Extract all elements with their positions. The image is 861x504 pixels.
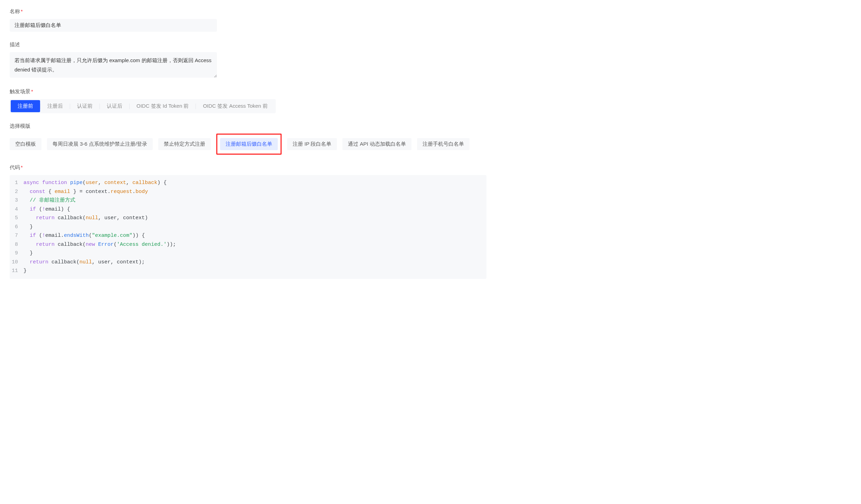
name-field-group: 名称*	[10, 8, 851, 32]
code-content: async function pipe(user, context, callb…	[23, 178, 486, 187]
code-content: const { email } = context.request.body	[23, 187, 486, 196]
code-content: return callback(null, user, context);	[23, 258, 486, 267]
template-option-3[interactable]: 注册邮箱后缀白名单	[220, 138, 278, 150]
line-number: 8	[10, 240, 23, 249]
template-option-5[interactable]: 通过 API 动态加载白名单	[342, 138, 411, 150]
line-number: 9	[10, 249, 23, 258]
template-field-group: 选择模版 空白模板每周日凌晨 3-6 点系统维护禁止注册/登录禁止特定方式注册注…	[10, 123, 851, 155]
line-number: 11	[10, 266, 23, 275]
line-number: 3	[10, 196, 23, 205]
line-number: 5	[10, 214, 23, 223]
required-asterisk: *	[21, 164, 23, 170]
line-number: 6	[10, 223, 23, 232]
code-line: 6 }	[10, 223, 486, 232]
code-label-text: 代码	[10, 164, 20, 170]
code-line: 1async function pipe(user, context, call…	[10, 178, 486, 187]
template-option-6[interactable]: 注册手机号白名单	[417, 138, 470, 150]
description-textarea[interactable]: 若当前请求属于邮箱注册，只允许后缀为 example.com 的邮箱注册，否则返…	[10, 52, 217, 78]
template-option-0[interactable]: 空白模板	[10, 138, 41, 150]
code-line: 5 return callback(null, user, context)	[10, 214, 486, 223]
template-label-text: 选择模版	[10, 123, 30, 129]
line-number: 2	[10, 187, 23, 196]
code-content: if (!email) {	[23, 205, 486, 214]
required-asterisk: *	[21, 8, 23, 14]
trigger-label-text: 触发场景	[10, 88, 30, 94]
name-label-text: 名称	[10, 8, 20, 14]
code-label: 代码*	[10, 164, 851, 171]
trigger-option-1[interactable]: 注册后	[40, 100, 70, 112]
code-content: // 非邮箱注册方式	[23, 196, 486, 205]
template-option-4[interactable]: 注册 IP 段白名单	[287, 138, 337, 150]
template-option-2[interactable]: 禁止特定方式注册	[158, 138, 211, 150]
code-content: }	[23, 266, 486, 275]
line-number: 7	[10, 231, 23, 240]
description-field-group: 描述 若当前请求属于邮箱注册，只允许后缀为 example.com 的邮箱注册，…	[10, 41, 851, 79]
template-label: 选择模版	[10, 123, 851, 129]
required-asterisk: *	[31, 88, 33, 94]
trigger-label: 触发场景*	[10, 88, 851, 95]
code-content: }	[23, 223, 486, 232]
line-number: 4	[10, 205, 23, 214]
line-number: 10	[10, 258, 23, 267]
code-line: 3 // 非邮箱注册方式	[10, 196, 486, 205]
code-content: }	[23, 249, 486, 258]
code-line: 10 return callback(null, user, context);	[10, 258, 486, 267]
code-content: return callback(null, user, context)	[23, 214, 486, 223]
trigger-option-2[interactable]: 认证前	[70, 100, 100, 112]
code-content: if (!email.endsWith("example.com")) {	[23, 231, 486, 240]
code-field-group: 代码* 1async function pipe(user, context, …	[10, 164, 851, 279]
trigger-option-5[interactable]: OIDC 签发 Access Token 前	[196, 100, 274, 112]
description-label-text: 描述	[10, 41, 20, 47]
template-option-1[interactable]: 每周日凌晨 3-6 点系统维护禁止注册/登录	[47, 138, 153, 150]
template-button-group: 空白模板每周日凌晨 3-6 点系统维护禁止注册/登录禁止特定方式注册注册邮箱后缀…	[10, 134, 851, 155]
trigger-option-0[interactable]: 注册前	[11, 100, 40, 112]
code-content: return callback(new Error('Access denied…	[23, 240, 486, 249]
trigger-segment-group: 注册前注册后认证前认证后OIDC 签发 Id Token 前OIDC 签发 Ac…	[10, 99, 276, 113]
code-line: 2 const { email } = context.request.body	[10, 187, 486, 196]
name-input[interactable]	[10, 19, 217, 32]
line-number: 1	[10, 178, 23, 187]
code-line: 7 if (!email.endsWith("example.com")) {	[10, 231, 486, 240]
code-line: 8 return callback(new Error('Access deni…	[10, 240, 486, 249]
code-editor[interactable]: 1async function pipe(user, context, call…	[10, 175, 486, 279]
trigger-field-group: 触发场景* 注册前注册后认证前认证后OIDC 签发 Id Token 前OIDC…	[10, 88, 851, 113]
code-line: 4 if (!email) {	[10, 205, 486, 214]
trigger-option-3[interactable]: 认证后	[100, 100, 129, 112]
code-line: 9 }	[10, 249, 486, 258]
description-label: 描述	[10, 41, 851, 48]
code-line: 11}	[10, 266, 486, 275]
trigger-option-4[interactable]: OIDC 签发 Id Token 前	[130, 100, 196, 112]
name-label: 名称*	[10, 8, 851, 15]
template-highlight-box: 注册邮箱后缀白名单	[216, 134, 282, 155]
